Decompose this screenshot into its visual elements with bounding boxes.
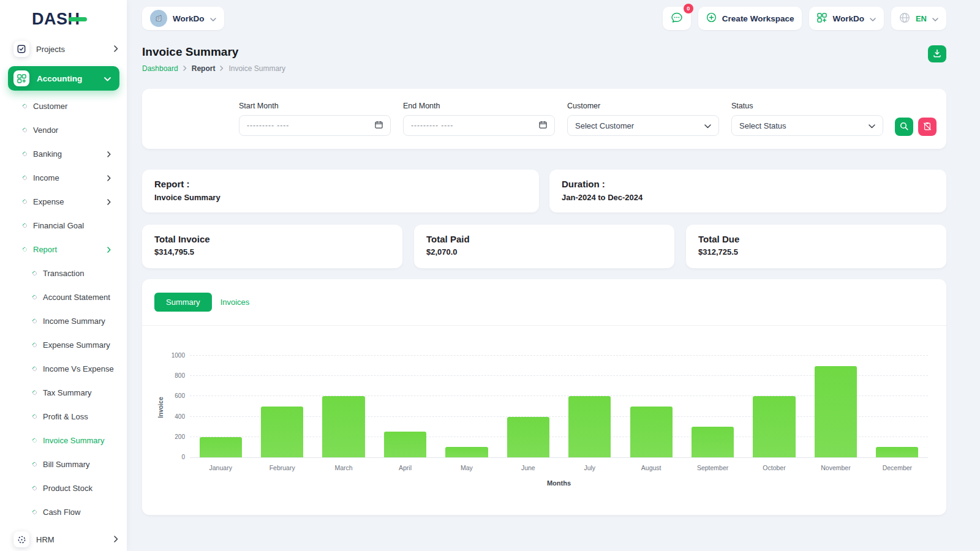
bullet-icon (22, 151, 28, 157)
clipboard-slash-icon (923, 122, 932, 132)
sidebar-item-expense-summary[interactable]: Expense Summary (0, 333, 127, 357)
bar-february (261, 407, 303, 457)
sidebar-item-label: Vendor (33, 126, 58, 135)
chart-panel: Summary Invoices Invoice 020040060080010… (142, 279, 946, 515)
sidebar-item-customer[interactable]: Customer (0, 94, 127, 118)
customer-label: Customer (567, 102, 719, 110)
bar-august (630, 407, 673, 457)
end-month-label: End Month (403, 102, 555, 110)
bar-band (744, 396, 805, 457)
sidebar-item-projects[interactable]: Projects (13, 40, 118, 58)
breadcrumb-report[interactable]: Report (192, 64, 216, 73)
total-card-total-due: Total Due$312,725.5 (686, 225, 946, 268)
start-month-input[interactable]: --------- ---- (239, 115, 391, 136)
x-axis-labels: JanuaryFebruaryMarchAprilMayJuneJulyAugu… (190, 464, 928, 471)
reset-filter-button[interactable] (918, 118, 937, 136)
tab-summary[interactable]: Summary (154, 293, 212, 312)
x-axis-tick-label: June (497, 464, 559, 471)
breadcrumb-dashboard[interactable]: Dashboard (142, 64, 178, 73)
customer-selected-value: Select Customer (575, 121, 634, 130)
sidebar-item-financial-goal[interactable]: Financial Goal (0, 214, 127, 238)
language-selector[interactable]: EN (891, 7, 946, 30)
chevron-down-icon (210, 14, 216, 23)
sidebar-item-label: Invoice Summary (43, 436, 104, 445)
status-label: Status (731, 102, 883, 110)
create-workspace-button[interactable]: Create Workspace (698, 7, 802, 30)
total-value: $312,725.5 (698, 247, 934, 257)
x-axis-tick-label: August (620, 464, 682, 471)
bar-band (805, 366, 866, 457)
sidebar-item-income[interactable]: Income (0, 166, 127, 190)
sidebar-item-bill-summary[interactable]: Bill Summary (0, 452, 127, 476)
chevron-right-icon (107, 247, 111, 253)
bullet-icon (22, 127, 28, 133)
chart-plot-area: 02004006008001000 (190, 356, 928, 458)
bullet-icon (22, 175, 28, 181)
sidebar-item-income-vs-expense[interactable]: Income Vs Expense (0, 357, 127, 381)
plus-circle-icon (706, 12, 717, 24)
bullet-icon (32, 485, 38, 492)
customer-select[interactable]: Select Customer (567, 115, 719, 136)
x-axis-tick-label: October (744, 464, 805, 471)
sidebar-item-label: Cash Flow (43, 508, 80, 517)
sidebar-item-label: Expense (33, 197, 64, 206)
tab-invoices[interactable]: Invoices (221, 298, 250, 307)
sidebar-item-label: Financial Goal (33, 221, 84, 230)
workdo-menu-button[interactable]: WorkDo (809, 7, 884, 30)
sidebar-item-label: Report (33, 245, 57, 254)
download-button[interactable] (928, 45, 946, 62)
search-button[interactable] (895, 118, 913, 136)
workspace-switcher[interactable]: WorkDo (142, 7, 224, 30)
sidebar-item-profit-loss[interactable]: Profit & Loss (0, 405, 127, 429)
bar-may (445, 447, 488, 457)
chevron-down-icon (932, 14, 938, 23)
bullet-icon (32, 294, 38, 301)
bar-june (507, 417, 549, 457)
bullet-icon (22, 199, 28, 205)
sidebar-item-cash-flow[interactable]: Cash Flow (0, 500, 127, 524)
sidebar-item-expense[interactable]: Expense (0, 190, 127, 214)
sidebar-item-label: Banking (33, 149, 62, 159)
bar-march (322, 396, 364, 457)
bar-band (867, 447, 928, 457)
x-axis-tick-label: September (682, 464, 743, 471)
bullet-icon (32, 366, 38, 372)
language-code: EN (916, 14, 927, 23)
sidebar-item-accounting[interactable]: Accounting (8, 66, 119, 91)
divider (142, 325, 946, 326)
sidebar-item-income-summary[interactable]: Income Summary (0, 309, 127, 333)
sidebar-item-vendor[interactable]: Vendor (0, 118, 127, 142)
sidebar-item-invoice-summary[interactable]: Invoice Summary (0, 429, 127, 452)
report-label: Report : (154, 179, 527, 189)
chevron-down-icon (104, 74, 111, 83)
sidebar-item-transaction[interactable]: Transaction (0, 261, 127, 285)
sidebar-item-label: HRM (36, 535, 107, 544)
bullet-icon (32, 509, 38, 515)
end-month-input[interactable]: --------- ---- (403, 115, 555, 136)
y-axis-tick-label: 200 (162, 433, 185, 440)
status-select[interactable]: Select Status (731, 115, 883, 136)
chevron-right-icon (114, 43, 118, 54)
chevron-down-icon (704, 121, 711, 130)
bullet-icon (32, 390, 38, 396)
invoice-bar-chart: Invoice 02004006008001000 JanuaryFebruar… (142, 356, 946, 487)
total-card-total-invoice: Total Invoice$314,795.5 (142, 225, 402, 268)
sidebar-item-label: Projects (36, 45, 107, 54)
sidebar-item-label: Income Vs Expense (43, 364, 114, 373)
total-card-total-paid: Total Paid$2,070.0 (414, 225, 674, 268)
bar-band (497, 417, 559, 457)
messages-button[interactable]: 0 (663, 7, 691, 30)
gridline (190, 355, 928, 356)
sidebar-item-tax-summary[interactable]: Tax Summary (0, 381, 127, 405)
sidebar-item-account-statement[interactable]: Account Statement (0, 285, 127, 309)
bar-band (436, 447, 497, 457)
x-axis-tick-label: July (559, 464, 620, 471)
brand-logo[interactable]: DASH (0, 0, 127, 34)
sidebar-item-hrm[interactable]: HRM (13, 530, 118, 549)
bar-july (568, 396, 611, 457)
sidebar-item-product-stock[interactable]: Product Stock (0, 476, 127, 500)
sidebar-item-report[interactable]: Report (0, 238, 127, 261)
x-axis-title: Months (190, 479, 928, 487)
sidebar-item-banking[interactable]: Banking (0, 142, 127, 166)
sidebar-item-label: Accounting (37, 74, 97, 83)
